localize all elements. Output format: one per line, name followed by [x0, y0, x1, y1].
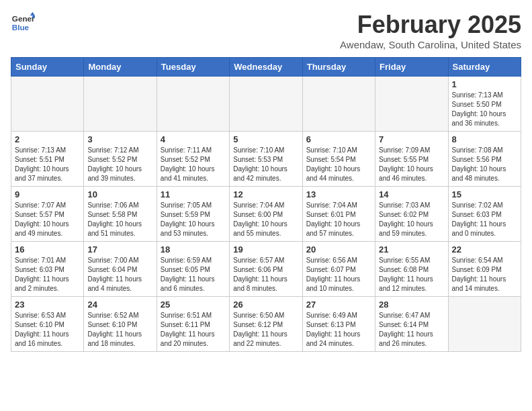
day-info: Sunrise: 7:00 AMSunset: 6:04 PMDaylight:… — [87, 256, 152, 293]
day-info: Sunrise: 6:51 AMSunset: 6:11 PMDaylight:… — [161, 311, 226, 349]
calendar-table: SundayMondayTuesdayWednesdayThursdayFrid… — [11, 57, 521, 352]
weekday-header-wednesday: Wednesday — [230, 58, 302, 77]
calendar-day-empty — [11, 77, 84, 132]
day-info: Sunrise: 7:03 AMSunset: 6:02 PMDaylight:… — [379, 201, 444, 238]
day-number: 19 — [233, 244, 298, 255]
calendar-day-12: 12Sunrise: 7:04 AMSunset: 6:00 PMDayligh… — [230, 187, 302, 242]
calendar-day-22: 22Sunrise: 6:54 AMSunset: 6:09 PMDayligh… — [448, 242, 521, 297]
day-info: Sunrise: 7:13 AMSunset: 5:50 PMDaylight:… — [452, 91, 517, 128]
weekday-header-friday: Friday — [375, 58, 448, 77]
calendar-week-1: 1Sunrise: 7:13 AMSunset: 5:50 PMDaylight… — [11, 77, 521, 132]
day-number: 15 — [452, 189, 517, 199]
day-info: Sunrise: 7:10 AMSunset: 5:54 PMDaylight:… — [306, 146, 371, 183]
calendar-day-26: 26Sunrise: 6:50 AMSunset: 6:12 PMDayligh… — [230, 297, 302, 352]
day-number: 9 — [15, 189, 80, 199]
day-number: 22 — [452, 244, 517, 255]
calendar-day-27: 27Sunrise: 6:49 AMSunset: 6:13 PMDayligh… — [302, 297, 375, 352]
location: Awendaw, South Carolina, United States — [340, 39, 521, 50]
calendar-day-17: 17Sunrise: 7:00 AMSunset: 6:04 PMDayligh… — [84, 242, 157, 297]
day-number: 24 — [87, 300, 152, 310]
day-number: 14 — [379, 189, 444, 199]
day-info: Sunrise: 6:57 AMSunset: 6:06 PMDaylight:… — [233, 256, 298, 293]
day-info: Sunrise: 7:04 AMSunset: 6:00 PMDaylight:… — [233, 201, 298, 238]
weekday-header-sunday: Sunday — [11, 58, 84, 77]
calendar-day-empty — [375, 77, 448, 132]
calendar-day-2: 2Sunrise: 7:13 AMSunset: 5:51 PMDaylight… — [11, 132, 84, 187]
day-number: 26 — [233, 300, 298, 310]
calendar-day-14: 14Sunrise: 7:03 AMSunset: 6:02 PMDayligh… — [375, 187, 448, 242]
day-number: 12 — [233, 189, 298, 199]
day-info: Sunrise: 7:04 AMSunset: 6:01 PMDaylight:… — [306, 201, 371, 238]
day-info: Sunrise: 6:49 AMSunset: 6:13 PMDaylight:… — [306, 311, 371, 349]
calendar-day-21: 21Sunrise: 6:55 AMSunset: 6:08 PMDayligh… — [375, 242, 448, 297]
day-info: Sunrise: 7:06 AMSunset: 5:58 PMDaylight:… — [87, 201, 152, 238]
calendar-day-4: 4Sunrise: 7:11 AMSunset: 5:52 PMDaylight… — [157, 132, 229, 187]
weekday-header-monday: Monday — [84, 58, 157, 77]
day-number: 18 — [161, 244, 226, 255]
calendar-day-5: 5Sunrise: 7:10 AMSunset: 5:53 PMDaylight… — [230, 132, 302, 187]
logo: General Blue — [11, 11, 38, 35]
day-number: 16 — [15, 244, 80, 255]
calendar-day-empty — [84, 77, 157, 132]
calendar-day-empty — [302, 77, 375, 132]
calendar-day-23: 23Sunrise: 6:53 AMSunset: 6:10 PMDayligh… — [11, 297, 84, 352]
day-number: 1 — [452, 79, 517, 89]
day-number: 13 — [306, 189, 371, 199]
day-info: Sunrise: 6:59 AMSunset: 6:05 PMDaylight:… — [161, 256, 226, 293]
calendar-day-11: 11Sunrise: 7:05 AMSunset: 5:59 PMDayligh… — [157, 187, 229, 242]
day-number: 11 — [161, 189, 226, 199]
day-info: Sunrise: 7:07 AMSunset: 5:57 PMDaylight:… — [15, 201, 80, 238]
calendar-day-18: 18Sunrise: 6:59 AMSunset: 6:05 PMDayligh… — [157, 242, 229, 297]
calendar-week-2: 2Sunrise: 7:13 AMSunset: 5:51 PMDaylight… — [11, 132, 521, 187]
day-info: Sunrise: 6:55 AMSunset: 6:08 PMDaylight:… — [379, 256, 444, 293]
calendar-day-24: 24Sunrise: 6:52 AMSunset: 6:10 PMDayligh… — [84, 297, 157, 352]
calendar-day-empty — [448, 297, 521, 352]
calendar-day-7: 7Sunrise: 7:09 AMSunset: 5:55 PMDaylight… — [375, 132, 448, 187]
day-number: 8 — [452, 134, 517, 144]
day-info: Sunrise: 7:02 AMSunset: 6:03 PMDaylight:… — [452, 201, 517, 238]
day-number: 17 — [87, 244, 152, 255]
day-number: 6 — [306, 134, 371, 144]
day-number: 10 — [87, 189, 152, 199]
title-block: February 2025 Awendaw, South Carolina, U… — [340, 11, 521, 50]
day-info: Sunrise: 7:01 AMSunset: 6:03 PMDaylight:… — [15, 256, 80, 293]
day-number: 21 — [379, 244, 444, 255]
calendar-header-row: SundayMondayTuesdayWednesdayThursdayFrid… — [11, 58, 521, 77]
day-number: 5 — [233, 134, 298, 144]
day-info: Sunrise: 7:10 AMSunset: 5:53 PMDaylight:… — [233, 146, 298, 183]
calendar-day-empty — [230, 77, 302, 132]
day-number: 4 — [161, 134, 226, 144]
calendar-day-13: 13Sunrise: 7:04 AMSunset: 6:01 PMDayligh… — [302, 187, 375, 242]
day-info: Sunrise: 6:50 AMSunset: 6:12 PMDaylight:… — [233, 311, 298, 349]
calendar-day-3: 3Sunrise: 7:12 AMSunset: 5:52 PMDaylight… — [84, 132, 157, 187]
weekday-header-thursday: Thursday — [302, 58, 375, 77]
calendar-day-10: 10Sunrise: 7:06 AMSunset: 5:58 PMDayligh… — [84, 187, 157, 242]
day-info: Sunrise: 7:09 AMSunset: 5:55 PMDaylight:… — [379, 146, 444, 183]
day-info: Sunrise: 7:13 AMSunset: 5:51 PMDaylight:… — [15, 146, 80, 183]
weekday-header-tuesday: Tuesday — [157, 58, 229, 77]
calendar-day-1: 1Sunrise: 7:13 AMSunset: 5:50 PMDaylight… — [448, 77, 521, 132]
day-number: 3 — [87, 134, 152, 144]
calendar-day-28: 28Sunrise: 6:47 AMSunset: 6:14 PMDayligh… — [375, 297, 448, 352]
calendar-day-8: 8Sunrise: 7:08 AMSunset: 5:56 PMDaylight… — [448, 132, 521, 187]
calendar-day-6: 6Sunrise: 7:10 AMSunset: 5:54 PMDaylight… — [302, 132, 375, 187]
calendar-day-19: 19Sunrise: 6:57 AMSunset: 6:06 PMDayligh… — [230, 242, 302, 297]
day-info: Sunrise: 6:54 AMSunset: 6:09 PMDaylight:… — [452, 256, 517, 293]
day-number: 20 — [306, 244, 371, 255]
day-number: 27 — [306, 300, 371, 310]
calendar-day-empty — [157, 77, 229, 132]
calendar-week-5: 23Sunrise: 6:53 AMSunset: 6:10 PMDayligh… — [11, 297, 521, 352]
day-info: Sunrise: 7:05 AMSunset: 5:59 PMDaylight:… — [161, 201, 226, 238]
day-info: Sunrise: 7:12 AMSunset: 5:52 PMDaylight:… — [87, 146, 152, 183]
calendar-day-15: 15Sunrise: 7:02 AMSunset: 6:03 PMDayligh… — [448, 187, 521, 242]
calendar-day-20: 20Sunrise: 6:56 AMSunset: 6:07 PMDayligh… — [302, 242, 375, 297]
svg-text:Blue: Blue — [12, 23, 30, 32]
month-title: February 2025 — [340, 11, 521, 39]
calendar-week-4: 16Sunrise: 7:01 AMSunset: 6:03 PMDayligh… — [11, 242, 521, 297]
calendar-day-25: 25Sunrise: 6:51 AMSunset: 6:11 PMDayligh… — [157, 297, 229, 352]
day-number: 2 — [15, 134, 80, 144]
calendar-week-3: 9Sunrise: 7:07 AMSunset: 5:57 PMDaylight… — [11, 187, 521, 242]
day-info: Sunrise: 6:47 AMSunset: 6:14 PMDaylight:… — [379, 311, 444, 349]
day-info: Sunrise: 7:11 AMSunset: 5:52 PMDaylight:… — [161, 146, 226, 183]
day-info: Sunrise: 6:53 AMSunset: 6:10 PMDaylight:… — [15, 311, 80, 349]
